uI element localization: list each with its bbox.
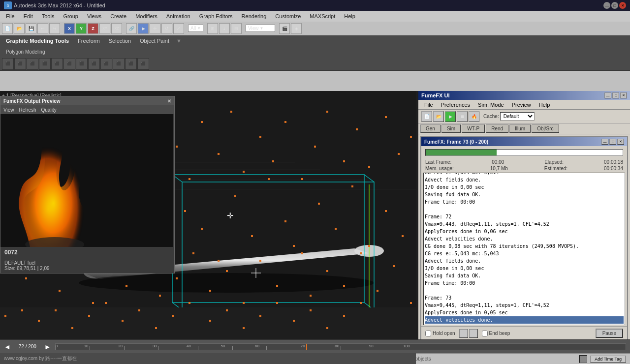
tab-wtp[interactable]: WT-P	[462, 124, 485, 133]
tool-icon-11[interactable]: ⬛	[125, 58, 137, 70]
align-btn[interactable]: ⊟	[231, 23, 242, 34]
render-btn[interactable]: 🎬	[279, 23, 290, 34]
material-btn[interactable]: ◈	[291, 23, 302, 34]
graphite-object-paint[interactable]: Object Paint	[136, 37, 173, 45]
fumefx-tb-play[interactable]: ▶	[445, 111, 456, 122]
rotate-btn[interactable]: ↺	[161, 23, 172, 34]
particle	[284, 121, 286, 123]
filter-dropdown[interactable]: All▼	[188, 25, 203, 32]
tool-icon-2[interactable]: ⬛	[14, 58, 26, 70]
tab-objsrc[interactable]: Obj/Src	[532, 124, 559, 133]
menu-maxscript[interactable]: MAXScript	[306, 12, 339, 20]
mem-label: Mem. usage:	[425, 166, 454, 171]
menu-help[interactable]: Help	[340, 12, 359, 20]
axis-xz[interactable]: XZ	[111, 23, 122, 34]
fumefx-minimize[interactable]: —	[604, 92, 611, 98]
particle	[410, 136, 412, 138]
preview-close-btn[interactable]: ✕	[167, 98, 171, 104]
timeline-next-btn[interactable]: ►	[42, 343, 53, 351]
viewport-area[interactable]: + 1 [Perspective] [Realistic]	[0, 91, 418, 339]
save-btn[interactable]: 💾	[26, 23, 36, 34]
menu-tools[interactable]: Tools	[38, 12, 59, 20]
select-btn[interactable]: ▶	[138, 23, 149, 34]
open-btn[interactable]: 📂	[14, 23, 25, 34]
fumefx-maximize[interactable]: □	[612, 92, 619, 98]
menu-graph-editors[interactable]: Graph Editors	[195, 12, 237, 20]
tool-icon-7[interactable]: ⬛	[76, 58, 88, 70]
undo-btn[interactable]: ↩	[37, 23, 48, 34]
frame-win-close[interactable]: ✕	[617, 139, 624, 145]
fumefx-menu-preview[interactable]: Preview	[508, 101, 535, 109]
fumefx-menu-prefs[interactable]: Preferences	[437, 101, 474, 109]
frame-win-maximize[interactable]: □	[609, 139, 616, 145]
menu-edit[interactable]: Edit	[20, 12, 37, 20]
hold-open-checkbox[interactable]	[425, 331, 431, 336]
tab-rend[interactable]: Rend	[486, 124, 508, 133]
tab-illum[interactable]: Illum	[509, 124, 531, 133]
redo-btn[interactable]: ↪	[49, 23, 60, 34]
maximize-button[interactable]: □	[611, 2, 618, 9]
preview-menu-refresh[interactable]: Refresh	[19, 107, 36, 113]
tool-icon-10[interactable]: ⬛	[113, 58, 125, 70]
tool-icon-3[interactable]: ⬛	[27, 58, 38, 70]
menu-customize[interactable]: Customize	[271, 12, 305, 20]
timeline-track[interactable]: 0 10 20 30 40 50 60 70 80 90 100	[55, 343, 626, 350]
tool-icon-12[interactable]: ⬛	[137, 58, 149, 70]
end-beep-checkbox[interactable]	[482, 331, 488, 336]
preview-menu-view[interactable]: View	[3, 107, 14, 113]
menu-create[interactable]: Create	[106, 12, 130, 20]
tab-gen[interactable]: Gen	[420, 124, 441, 133]
add-time-tag-btn[interactable]: Add Time Tag	[590, 356, 626, 363]
scale-btn[interactable]: ⤢	[173, 23, 184, 34]
fumefx-tb-stop[interactable]: ⏹	[457, 111, 468, 122]
menu-views[interactable]: Views	[83, 12, 105, 20]
minimize-button[interactable]: —	[603, 2, 610, 9]
end-beep-label[interactable]: End beep	[482, 331, 510, 336]
timeline-prev-btn[interactable]: ◄	[2, 343, 13, 351]
new-btn[interactable]: 📄	[2, 23, 13, 34]
fumefx-menu-help[interactable]: Help	[535, 101, 554, 109]
tool-icon-8[interactable]: ⬛	[88, 58, 100, 70]
fumefx-close[interactable]: ✕	[620, 92, 627, 98]
view-dropdown[interactable]: View▼	[246, 25, 275, 32]
hold-open-label[interactable]: Hold open	[425, 331, 455, 336]
tool-icon-1[interactable]: ⬛	[2, 58, 14, 70]
frame-win-minimize[interactable]: —	[601, 139, 608, 145]
preview-menu-quality[interactable]: Quality	[41, 107, 57, 113]
log-area[interactable]: ApplyForces done in 0,05 secAdvect veloc…	[423, 173, 625, 325]
fumefx-tb-render[interactable]: 🔥	[469, 111, 479, 122]
particle	[209, 290, 211, 292]
close-button[interactable]: ✕	[619, 2, 626, 9]
tool-icon-6[interactable]: ⬛	[63, 58, 75, 70]
link-btn[interactable]: 🔗	[126, 23, 137, 34]
axis-z[interactable]: Z	[88, 23, 98, 34]
hold-icon-2[interactable]	[469, 329, 478, 338]
particle	[343, 160, 345, 162]
tool-icon-4[interactable]: ⬛	[39, 58, 51, 70]
graphite-freeform[interactable]: Freeform	[74, 37, 104, 45]
pause-button[interactable]: Pause	[596, 329, 623, 338]
move-btn[interactable]: ✛	[150, 23, 160, 34]
snap-btn[interactable]: ⊞	[207, 23, 218, 34]
tab-sim[interactable]: Sim	[441, 124, 461, 133]
particle	[393, 265, 395, 267]
menu-group[interactable]: Group	[59, 12, 82, 20]
axis-x[interactable]: X	[64, 23, 75, 34]
fumefx-menu-sim[interactable]: Sim. Mode	[474, 101, 508, 109]
menu-rendering[interactable]: Rendering	[238, 12, 271, 20]
graphite-selection[interactable]: Selection	[105, 37, 135, 45]
axis-y[interactable]: Y	[76, 23, 87, 34]
preview-title: FumeFX Output Preview	[3, 98, 61, 104]
axis-xy[interactable]: XY	[99, 23, 110, 34]
mirror-btn[interactable]: ⫰	[219, 23, 230, 34]
menu-animation[interactable]: Animation	[162, 12, 194, 20]
menu-file[interactable]: File	[2, 12, 19, 20]
fumefx-tb-new[interactable]: 📄	[421, 111, 432, 122]
hold-icon-1[interactable]	[459, 329, 468, 338]
fumefx-tb-open[interactable]: 📂	[433, 111, 444, 122]
tool-icon-5[interactable]: ⬛	[51, 58, 63, 70]
menu-modifiers[interactable]: Modifiers	[131, 12, 161, 20]
tool-icon-9[interactable]: ⬛	[100, 58, 112, 70]
fumefx-menu-file[interactable]: File	[420, 101, 437, 109]
cache-dropdown[interactable]: Default	[500, 112, 535, 121]
